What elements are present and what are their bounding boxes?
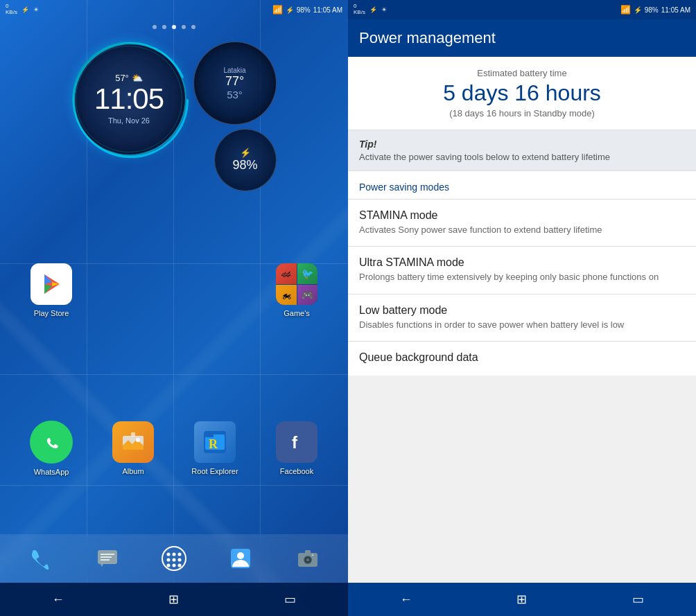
back-button[interactable]: ←: [41, 586, 76, 613]
low-battery-mode-item[interactable]: Low battery mode Disables functions in o…: [348, 294, 696, 342]
svg-point-28: [177, 558, 181, 562]
low-battery-mode-name: Low battery mode: [359, 304, 685, 317]
svg-text:R: R: [209, 437, 218, 451]
app-playstore[interactable]: Play Store: [10, 212, 92, 369]
app-empty-2: [174, 212, 256, 369]
stamina-mode-desc: Activates Sony power save function to ex…: [359, 224, 685, 236]
dock-contacts[interactable]: [223, 541, 258, 576]
queue-background-mode-item[interactable]: Queue background data: [348, 342, 696, 376]
dot-4: [182, 25, 186, 29]
right-kb-indicator: 0KB/s: [354, 3, 365, 16]
whatsapp-label: WhatsApp: [34, 468, 69, 476]
playstore-icon: [31, 263, 72, 305]
tip-label: Tip!: [359, 139, 685, 150]
right-brightness-icon: ☀: [381, 6, 387, 13]
stamina-mode-item[interactable]: STAMINA mode Activates Sony power save f…: [348, 200, 696, 247]
app-album[interactable]: Album: [92, 369, 174, 528]
left-status-bar: 0KB/s ⚡ ☀ 📶 ⚡ 98% 11:05 AM: [0, 0, 348, 19]
clock-arc: [72, 42, 189, 159]
svg-rect-35: [305, 550, 311, 554]
battery-widget[interactable]: ⚡ 98%: [214, 129, 277, 191]
svg-point-23: [166, 553, 170, 556]
rootexplorer-icon: R: [194, 421, 236, 463]
brightness-icon: ☀: [33, 6, 39, 13]
svg-point-0: [73, 44, 187, 157]
dot-3: [172, 25, 176, 29]
low-battery-mode-desc: Disables functions in order to save powe…: [359, 319, 685, 331]
right-status-left: 0KB/s ⚡ ☀: [354, 3, 387, 16]
dock: [0, 534, 348, 583]
facebook-icon: f: [276, 421, 317, 463]
left-status-right: 📶 ⚡ 98% 11:05 AM: [272, 5, 342, 15]
app-rootexplorer[interactable]: R Root Explorer: [174, 369, 256, 528]
power-management-header: Power management: [348, 19, 696, 57]
games-label: Game's: [284, 309, 310, 317]
app-whatsapp[interactable]: WhatsApp: [10, 369, 92, 528]
svg-point-39: [311, 554, 313, 556]
right-time-display: 11:05 AM: [661, 6, 690, 14]
right-signal-icon: 📶: [620, 5, 631, 15]
svg-point-33: [237, 552, 244, 559]
right-recent-button[interactable]: ▭: [620, 586, 655, 613]
dot-5: [191, 25, 195, 29]
svg-point-38: [306, 558, 309, 562]
battery-percent: 98%: [297, 6, 311, 14]
dot-2: [162, 25, 166, 29]
stamina-mode-name: STAMINA mode: [359, 209, 685, 222]
dock-messages[interactable]: [90, 541, 125, 576]
time-display: 11:05 AM: [313, 6, 342, 14]
svg-point-26: [166, 558, 170, 562]
svg-point-31: [177, 564, 181, 567]
right-status-bar: 0KB/s ⚡ ☀ 📶 ⚡ 98% 11:05 AM: [348, 0, 696, 19]
app-facebook[interactable]: f Facebook: [256, 369, 338, 528]
dock-camera[interactable]: [290, 541, 325, 576]
recent-button[interactable]: ▭: [272, 586, 307, 613]
dot-1: [153, 25, 157, 29]
facebook-label: Facebook: [280, 467, 313, 475]
right-home-button[interactable]: ⊞: [505, 586, 539, 613]
right-usb-icon: ⚡: [369, 6, 377, 13]
weather-low: 53°: [227, 89, 243, 100]
left-nav-bar: ← ⊞ ▭: [0, 583, 348, 616]
power-management-screen: 0KB/s ⚡ ☀ 📶 ⚡ 98% 11:05 AM Power managem…: [348, 0, 696, 616]
svg-rect-10: [131, 432, 135, 437]
app-empty-1: [92, 212, 174, 369]
weather-widget[interactable]: Power management Latakia 77° 53°: [193, 42, 277, 125]
ultra-stamina-mode-item[interactable]: Ultra STAMINA mode Prolongs battery time…: [348, 247, 696, 294]
svg-text:f: f: [292, 433, 298, 452]
app-games[interactable]: 🏎 🐦 🏍 🎮 Game's: [256, 212, 338, 369]
clock-widget[interactable]: 57° ⛅ 11:05 Thu, Nov 26: [72, 42, 186, 156]
rootexplorer-label: Root Explorer: [191, 467, 238, 475]
right-back-button[interactable]: ←: [389, 586, 424, 613]
weather-high: 77°: [225, 74, 244, 89]
games-icon: 🏎 🐦 🏍 🎮: [276, 263, 317, 305]
svg-point-30: [172, 564, 175, 567]
power-management-title: Power management: [359, 29, 496, 46]
dock-apps[interactable]: [157, 541, 191, 576]
playstore-label: Play Store: [34, 309, 69, 317]
weather-city-label: Latakia: [223, 67, 245, 74]
kb-indicator: 0KB/s: [6, 3, 17, 16]
widget-area: 57° ⛅ 11:05 Thu, Nov 26 Power management…: [0, 35, 348, 205]
home-screen: 0KB/s ⚡ ☀ 📶 ⚡ 98% 11:05 AM 57° ⛅ 1: [0, 0, 348, 616]
right-battery-percent: 98%: [645, 6, 659, 14]
album-label: Album: [122, 467, 143, 475]
right-nav-bar: ← ⊞ ▭: [348, 583, 696, 616]
svg-point-25: [177, 553, 181, 556]
left-status-left: 0KB/s ⚡ ☀: [6, 3, 39, 16]
page-indicator: [0, 25, 348, 29]
standby-text: (18 days 16 hours in Standby mode): [359, 108, 685, 118]
home-button[interactable]: ⊞: [157, 586, 191, 613]
power-content[interactable]: Estimated battery time 5 days 16 hours (…: [348, 57, 696, 583]
battery-percent-widget: 98%: [232, 158, 257, 173]
weather-temps: 77° 53°: [225, 74, 244, 100]
svg-marker-18: [101, 564, 103, 567]
right-status-right: 📶 ⚡ 98% 11:05 AM: [620, 5, 690, 15]
power-modes-header: Power saving modes: [348, 171, 696, 200]
power-modes-title: Power saving modes: [359, 182, 449, 193]
usb-icon: ⚡: [21, 6, 29, 13]
svg-point-29: [166, 564, 170, 567]
ultra-stamina-mode-name: Ultra STAMINA mode: [359, 256, 685, 269]
dock-phone[interactable]: [23, 541, 58, 576]
right-charging-icon: ⚡: [634, 6, 642, 14]
